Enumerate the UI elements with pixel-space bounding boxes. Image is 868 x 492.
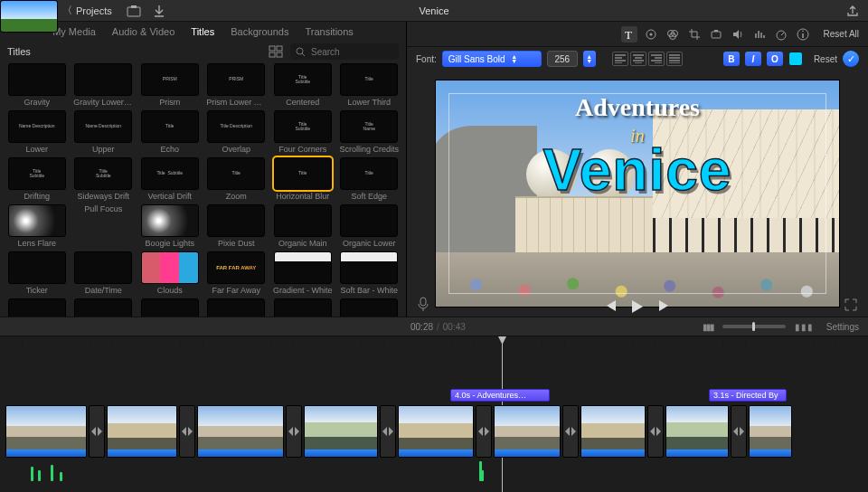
title-preset[interactable]: Organic Lower — [338, 204, 401, 248]
crop-tab[interactable] — [686, 26, 703, 43]
fullscreen-icon[interactable] — [844, 298, 857, 311]
timeline[interactable]: 4.0s - Adventures…3.1s - Directed By — [0, 336, 868, 492]
browser-tab[interactable]: Audio & Video — [112, 26, 175, 37]
video-clip[interactable] — [665, 405, 729, 458]
reset-all-button[interactable]: Reset All — [824, 29, 859, 39]
title-preset[interactable]: Pull Focus — [72, 204, 136, 248]
video-clip[interactable] — [494, 405, 561, 458]
preview-canvas[interactable]: Adventures in Venice — [435, 80, 840, 308]
browser-tab[interactable]: Titles — [191, 26, 214, 37]
import-media-icon[interactable] — [127, 5, 141, 17]
play-button[interactable] — [632, 300, 643, 313]
title-preset[interactable]: Organic Main — [271, 204, 335, 248]
video-clip[interactable] — [5, 405, 87, 458]
outline-button[interactable]: O — [767, 52, 783, 66]
title-preset[interactable]: Title SubtitleFour Corners — [271, 110, 335, 154]
zoom-in-icon[interactable]: ▮▮▮ — [795, 322, 814, 332]
title-preset[interactable]: TitleEcho — [138, 110, 202, 154]
video-clip[interactable] — [107, 405, 177, 458]
text-color-swatch[interactable] — [788, 52, 803, 66]
timeline-zoom-slider[interactable] — [722, 325, 786, 328]
title-preset[interactable]: Title SubtitleSideways Drift — [72, 157, 136, 201]
video-clip[interactable] — [197, 405, 284, 458]
title-preset[interactable]: Formal — [72, 298, 136, 317]
title-preset[interactable]: Title DescriptionOverlap — [205, 110, 269, 154]
title-inspector-tab[interactable]: T — [621, 26, 637, 43]
noise-reduction-tab[interactable] — [751, 26, 768, 43]
beat-marker[interactable] — [60, 472, 62, 481]
title-preset[interactable]: TitleSoft Edge — [338, 157, 401, 201]
transition[interactable] — [731, 405, 747, 458]
title-preset[interactable]: Gravity — [5, 63, 69, 107]
align-justify-button[interactable] — [666, 52, 683, 66]
video-clip[interactable] — [398, 405, 474, 458]
beat-marker[interactable] — [481, 470, 484, 481]
color-correction-tab[interactable] — [665, 26, 681, 43]
title-preset[interactable]: Ticker — [5, 251, 69, 295]
video-clip[interactable] — [580, 405, 646, 458]
search-input[interactable] — [309, 46, 393, 58]
filter-icon[interactable] — [269, 45, 285, 58]
title-preset[interactable]: PRISMPrism — [138, 63, 202, 107]
color-balance-tab[interactable] — [643, 26, 659, 43]
beat-marker[interactable] — [51, 465, 53, 481]
bold-button[interactable]: B — [723, 52, 740, 66]
title-line-3[interactable]: Venice — [436, 137, 839, 203]
voiceover-icon[interactable] — [418, 297, 429, 311]
title-preset[interactable]: TitleZoom — [205, 157, 269, 201]
title-preset[interactable]: Gradient - White — [271, 251, 335, 295]
title-preset[interactable]: Title SubtitleCentered — [271, 63, 335, 107]
transition[interactable] — [89, 405, 105, 458]
video-clip[interactable] — [749, 405, 792, 458]
volume-tab[interactable] — [730, 26, 746, 43]
title-preset[interactable]: Name DescriptionUpper — [72, 110, 136, 154]
timeline-ruler[interactable] — [0, 336, 868, 353]
zoom-out-icon[interactable]: ▮▮▮ — [703, 322, 713, 332]
title-clip[interactable]: 4.0s - Adventures… — [450, 389, 550, 402]
beat-marker[interactable] — [38, 470, 41, 481]
align-left-button[interactable] — [612, 52, 628, 66]
title-preset[interactable]: Soft Bar - Black — [205, 298, 269, 317]
transition[interactable] — [179, 405, 195, 458]
transition[interactable] — [476, 405, 492, 458]
browser-tab[interactable]: Backgrounds — [231, 26, 288, 37]
title-preset[interactable]: Title SubtitleDrifting — [5, 157, 69, 201]
title-preset[interactable]: FAR FAR AWAYFar Far Away — [205, 251, 269, 295]
done-editing-button[interactable]: ✓ — [843, 51, 859, 67]
title-preset[interactable]: Date/Time — [72, 251, 136, 295]
video-clip[interactable] — [304, 405, 378, 458]
browser-tab[interactable]: My Media — [52, 26, 96, 37]
align-center-button[interactable] — [630, 52, 646, 66]
title-preset[interactable]: Torn Edge - Tan — [338, 298, 401, 317]
title-preset[interactable]: Torn Edge - Black — [271, 298, 335, 317]
transition[interactable] — [647, 405, 664, 458]
title-preset[interactable]: TitleLower Third — [338, 63, 401, 107]
browser-tab[interactable]: Transitions — [305, 26, 353, 37]
title-preset[interactable]: Gradient - Black — [138, 298, 202, 317]
speed-tab[interactable] — [773, 26, 789, 43]
title-preset[interactable]: Paper — [5, 298, 69, 317]
transition[interactable] — [286, 405, 302, 458]
title-preset[interactable]: Title NameScrolling Credits — [338, 110, 401, 154]
timeline-settings-button[interactable]: Settings — [826, 322, 859, 332]
title-preset[interactable]: Lens Flare — [5, 204, 69, 248]
title-preset[interactable]: Boogie Lights — [138, 204, 202, 248]
next-frame-button[interactable] — [659, 300, 672, 313]
reset-title-button[interactable]: Reset — [814, 54, 837, 64]
align-right-button[interactable] — [648, 52, 665, 66]
title-preset[interactable]: Name DescriptionLower — [5, 110, 69, 154]
title-preset[interactable]: PRISMPrism Lower Third — [205, 63, 269, 107]
font-family-dropdown[interactable]: Gill Sans Bold ▲▼ — [442, 51, 542, 67]
font-size-field[interactable]: 256 — [547, 51, 578, 67]
beat-marker[interactable] — [31, 467, 33, 481]
title-clip[interactable]: 3.1s - Directed By — [709, 389, 787, 402]
title-line-1[interactable]: Adventures — [436, 93, 839, 122]
prev-frame-button[interactable] — [603, 300, 616, 313]
italic-button[interactable]: I — [745, 52, 761, 66]
font-size-stepper[interactable]: ▲▼ — [583, 51, 596, 67]
transition[interactable] — [562, 405, 579, 458]
share-button[interactable] — [846, 5, 868, 17]
info-tab[interactable] — [795, 26, 811, 43]
back-to-projects-button[interactable]: 〈 Projects — [62, 4, 112, 17]
search-field[interactable] — [290, 43, 399, 60]
